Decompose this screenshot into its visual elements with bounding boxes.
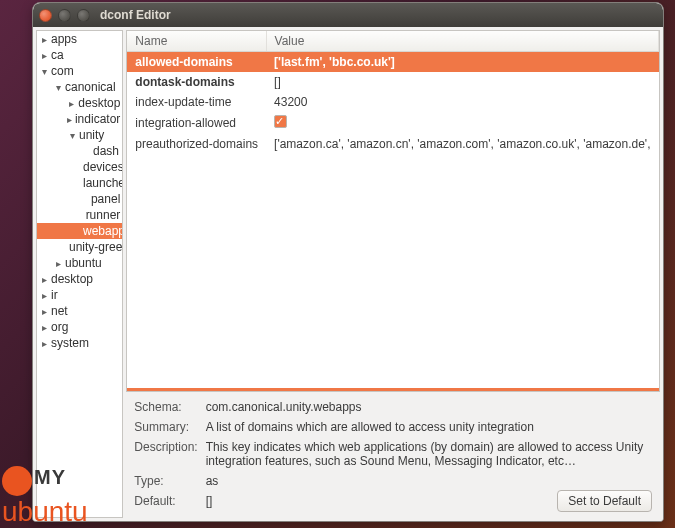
tree-node-canonical[interactable]: ▾canonical <box>37 79 122 95</box>
titlebar[interactable]: dconf Editor <box>33 3 663 27</box>
column-header-value[interactable]: Value <box>266 31 658 52</box>
chevron-right-icon[interactable]: ▸ <box>39 50 49 61</box>
tree-label: desktop <box>51 272 93 286</box>
tree-node-devices[interactable]: devices <box>37 159 122 175</box>
tree-label: panel <box>91 192 120 206</box>
key-value[interactable]: ['amazon.ca', 'amazon.cn', 'amazon.com',… <box>266 134 658 154</box>
tree-node-launcher[interactable]: launcher <box>37 175 122 191</box>
tree-node-panel[interactable]: panel <box>37 191 122 207</box>
key-row-index-update-time[interactable]: index-update-time43200 <box>127 92 658 112</box>
tree-label: ubuntu <box>65 256 102 270</box>
tree-label: org <box>51 320 68 334</box>
key-value[interactable]: 43200 <box>266 92 658 112</box>
checkbox-checked-icon[interactable] <box>274 115 287 128</box>
tree-label: dash <box>93 144 119 158</box>
right-pane: Name Value allowed-domains['last.fm', 'b… <box>126 30 660 518</box>
tree-label: ir <box>51 288 58 302</box>
tree-node-unity[interactable]: ▾unity <box>37 127 122 143</box>
chevron-right-icon[interactable]: ▸ <box>53 258 63 269</box>
chevron-right-icon[interactable]: ▸ <box>39 274 49 285</box>
key-row-preauthorized-domains[interactable]: preauthorized-domains['amazon.ca', 'amaz… <box>127 134 658 154</box>
tree-label: desktop <box>78 96 120 110</box>
type-value: as <box>206 472 652 490</box>
selection-indicator <box>127 388 659 391</box>
chevron-down-icon[interactable]: ▾ <box>39 66 49 77</box>
key-name: index-update-time <box>127 92 266 112</box>
description-value: This key indicates which web application… <box>206 438 652 470</box>
tree-node-net[interactable]: ▸net <box>37 303 122 319</box>
window-title: dconf Editor <box>100 8 171 22</box>
chevron-right-icon[interactable]: ▸ <box>39 306 49 317</box>
dconf-editor-window: dconf Editor ▸apps▸ca▾com▾canonical▸desk… <box>32 2 664 522</box>
chevron-down-icon[interactable]: ▾ <box>67 130 77 141</box>
key-name: allowed-domains <box>127 52 266 73</box>
tree-node-ubuntu[interactable]: ▸ubuntu <box>37 255 122 271</box>
description-label: Description: <box>134 438 203 470</box>
tree-label: apps <box>51 32 77 46</box>
keys-panel: Name Value allowed-domains['last.fm', 'b… <box>126 30 660 392</box>
maximize-icon[interactable] <box>77 9 90 22</box>
chevron-right-icon[interactable]: ▸ <box>39 322 49 333</box>
tree-label: unity <box>79 128 104 142</box>
chevron-right-icon[interactable]: ▸ <box>39 34 49 45</box>
tree-node-apps[interactable]: ▸apps <box>37 31 122 47</box>
tree-label: runner <box>86 208 121 222</box>
tree-node-system[interactable]: ▸system <box>37 335 122 351</box>
key-name: dontask-domains <box>127 72 266 92</box>
tree-node-org[interactable]: ▸org <box>37 319 122 335</box>
key-name: preauthorized-domains <box>127 134 266 154</box>
type-label: Type: <box>134 472 203 490</box>
key-row-integration-allowed[interactable]: integration-allowed <box>127 112 658 134</box>
default-label: Default: <box>134 492 203 510</box>
tree-label: devices <box>83 160 123 174</box>
schema-label: Schema: <box>134 398 203 416</box>
tree-node-desktop[interactable]: ▸desktop <box>37 271 122 287</box>
schema-tree[interactable]: ▸apps▸ca▾com▾canonical▸desktop▸indicator… <box>36 30 123 518</box>
key-value[interactable]: ['last.fm', 'bbc.co.uk'] <box>266 52 658 73</box>
tree-node-ir[interactable]: ▸ir <box>37 287 122 303</box>
tree-node-unity-greeter[interactable]: unity-greeter <box>37 239 122 255</box>
tree-node-runner[interactable]: runner <box>37 207 122 223</box>
set-to-default-button[interactable]: Set to Default <box>557 490 652 512</box>
tree-node-webapps[interactable]: webapps <box>37 223 122 239</box>
chevron-right-icon[interactable]: ▸ <box>67 98 76 109</box>
content-area: ▸apps▸ca▾com▾canonical▸desktop▸indicator… <box>33 27 663 521</box>
summary-label: Summary: <box>134 418 203 436</box>
details-panel: Schema: com.canonical.unity.webapps Summ… <box>126 392 660 518</box>
tree-label: canonical <box>65 80 116 94</box>
tree-node-indicator[interactable]: ▸indicator <box>37 111 122 127</box>
tree-label: com <box>51 64 74 78</box>
chevron-right-icon[interactable]: ▸ <box>39 338 49 349</box>
tree-node-com[interactable]: ▾com <box>37 63 122 79</box>
key-row-dontask-domains[interactable]: dontask-domains[] <box>127 72 658 92</box>
chevron-right-icon[interactable]: ▸ <box>67 114 73 125</box>
tree-label: net <box>51 304 68 318</box>
minimize-icon[interactable] <box>58 9 71 22</box>
keys-table: Name Value allowed-domains['last.fm', 'b… <box>127 31 659 154</box>
key-row-allowed-domains[interactable]: allowed-domains['last.fm', 'bbc.co.uk'] <box>127 52 658 73</box>
key-value[interactable]: [] <box>266 72 658 92</box>
chevron-down-icon[interactable]: ▾ <box>53 82 63 93</box>
tree-node-desktop[interactable]: ▸desktop <box>37 95 122 111</box>
tree-label: unity-greeter <box>69 240 123 254</box>
tree-node-dash[interactable]: dash <box>37 143 122 159</box>
tree-node-ca[interactable]: ▸ca <box>37 47 122 63</box>
close-icon[interactable] <box>39 9 52 22</box>
column-header-name[interactable]: Name <box>127 31 266 52</box>
tree-label: launcher <box>83 176 123 190</box>
tree-label: system <box>51 336 89 350</box>
tree-label: ca <box>51 48 64 62</box>
key-name: integration-allowed <box>127 112 266 134</box>
chevron-right-icon[interactable]: ▸ <box>39 290 49 301</box>
tree-label: indicator <box>75 112 120 126</box>
key-value[interactable] <box>266 112 658 134</box>
tree-label: webapps <box>83 224 123 238</box>
schema-value: com.canonical.unity.webapps <box>206 398 652 416</box>
summary-value: A list of domains which are allowed to a… <box>206 418 652 436</box>
ubuntu-circle-icon <box>2 466 32 496</box>
